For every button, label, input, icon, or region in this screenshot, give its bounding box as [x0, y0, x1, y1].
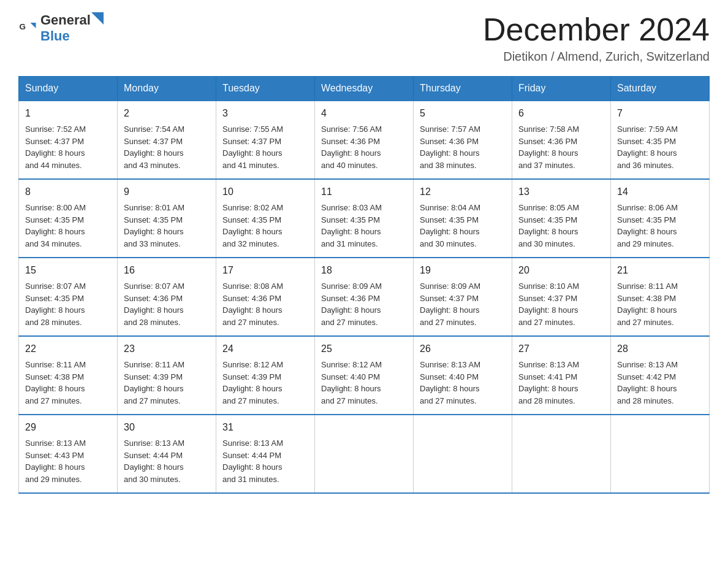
calendar-cell: 8 Sunrise: 8:00 AM Sunset: 4:35 PM Dayli…: [19, 179, 118, 258]
calendar-cell: 15 Sunrise: 8:07 AM Sunset: 4:35 PM Dayl…: [19, 258, 118, 336]
day-number: 4: [321, 106, 407, 121]
day-info: Sunrise: 8:10 AM Sunset: 4:37 PM Dayligh…: [518, 280, 604, 328]
day-number: 17: [222, 263, 308, 278]
day-number: 24: [222, 342, 308, 356]
calendar-cell: 5 Sunrise: 7:57 AM Sunset: 4:36 PM Dayli…: [414, 101, 512, 179]
day-number: 31: [222, 420, 308, 435]
calendar-cell: 17 Sunrise: 8:08 AM Sunset: 4:36 PM Dayl…: [216, 258, 315, 336]
calendar-body: 1 Sunrise: 7:52 AM Sunset: 4:37 PM Dayli…: [19, 101, 710, 493]
calendar-cell: 23 Sunrise: 8:11 AM Sunset: 4:39 PM Dayl…: [118, 336, 216, 415]
calendar-cell: 7 Sunrise: 7:59 AM Sunset: 4:35 PM Dayli…: [611, 101, 710, 179]
svg-marker-1: [31, 23, 36, 28]
calendar-cell: [315, 415, 414, 493]
day-info: Sunrise: 7:55 AM Sunset: 4:37 PM Dayligh…: [222, 123, 308, 171]
day-info: Sunrise: 8:13 AM Sunset: 4:44 PM Dayligh…: [124, 437, 210, 485]
day-info: Sunrise: 8:13 AM Sunset: 4:42 PM Dayligh…: [617, 359, 703, 407]
day-number: 12: [420, 185, 506, 199]
day-number: 16: [124, 263, 210, 278]
day-info: Sunrise: 8:11 AM Sunset: 4:38 PM Dayligh…: [25, 359, 111, 407]
day-number: 8: [25, 185, 111, 199]
svg-marker-2: [91, 12, 104, 25]
logo: G General Blue: [18, 12, 104, 44]
page-header: G General Blue December 2024 Dietikon / …: [18, 12, 710, 64]
day-info: Sunrise: 8:11 AM Sunset: 4:39 PM Dayligh…: [124, 359, 210, 407]
day-number: 2: [124, 106, 210, 121]
day-info: Sunrise: 7:54 AM Sunset: 4:37 PM Dayligh…: [124, 123, 210, 171]
day-number: 27: [518, 342, 604, 356]
calendar-cell: 14 Sunrise: 8:06 AM Sunset: 4:35 PM Dayl…: [611, 179, 710, 258]
day-info: Sunrise: 8:12 AM Sunset: 4:39 PM Dayligh…: [222, 359, 308, 407]
logo-general-text: General: [40, 12, 91, 28]
calendar-cell: 27 Sunrise: 8:13 AM Sunset: 4:41 PM Dayl…: [512, 336, 611, 415]
day-number: 25: [321, 342, 407, 356]
calendar-cell: 9 Sunrise: 8:01 AM Sunset: 4:35 PM Dayli…: [118, 179, 216, 258]
day-number: 23: [124, 342, 210, 356]
day-info: Sunrise: 8:05 AM Sunset: 4:35 PM Dayligh…: [518, 202, 604, 250]
header-cell-saturday: Saturday: [611, 77, 710, 101]
day-info: Sunrise: 7:58 AM Sunset: 4:36 PM Dayligh…: [518, 123, 604, 171]
calendar-cell: 11 Sunrise: 8:03 AM Sunset: 4:35 PM Dayl…: [315, 179, 414, 258]
calendar-title: December 2024: [483, 12, 710, 47]
day-info: Sunrise: 7:57 AM Sunset: 4:36 PM Dayligh…: [420, 123, 506, 171]
calendar-cell: 25 Sunrise: 8:12 AM Sunset: 4:40 PM Dayl…: [315, 336, 414, 415]
day-info: Sunrise: 8:00 AM Sunset: 4:35 PM Dayligh…: [25, 202, 111, 250]
calendar-cell: 10 Sunrise: 8:02 AM Sunset: 4:35 PM Dayl…: [216, 179, 315, 258]
week-row-4: 29 Sunrise: 8:13 AM Sunset: 4:43 PM Dayl…: [19, 415, 710, 493]
title-block: December 2024 Dietikon / Almend, Zurich,…: [483, 12, 710, 64]
logo-wordmark: General Blue: [40, 12, 104, 44]
calendar-cell: 16 Sunrise: 8:07 AM Sunset: 4:36 PM Dayl…: [118, 258, 216, 336]
calendar-cell: 22 Sunrise: 8:11 AM Sunset: 4:38 PM Dayl…: [19, 336, 118, 415]
calendar-cell: 21 Sunrise: 8:11 AM Sunset: 4:38 PM Dayl…: [611, 258, 710, 336]
day-info: Sunrise: 8:13 AM Sunset: 4:40 PM Dayligh…: [420, 359, 506, 407]
day-number: 15: [25, 263, 111, 278]
day-info: Sunrise: 8:13 AM Sunset: 4:44 PM Dayligh…: [222, 437, 308, 485]
day-number: 21: [617, 263, 703, 278]
header-cell-thursday: Thursday: [414, 77, 512, 101]
calendar-cell: 28 Sunrise: 8:13 AM Sunset: 4:42 PM Dayl…: [611, 336, 710, 415]
logo-blue-text: Blue: [40, 28, 70, 44]
header-cell-wednesday: Wednesday: [315, 77, 414, 101]
logo-icon: G: [18, 19, 37, 37]
day-info: Sunrise: 8:07 AM Sunset: 4:36 PM Dayligh…: [124, 280, 210, 328]
day-info: Sunrise: 8:13 AM Sunset: 4:43 PM Dayligh…: [25, 437, 111, 485]
day-number: 14: [617, 185, 703, 199]
day-info: Sunrise: 8:02 AM Sunset: 4:35 PM Dayligh…: [222, 202, 308, 250]
logo-triangle: [91, 12, 104, 25]
day-number: 22: [25, 342, 111, 356]
calendar-subtitle: Dietikon / Almend, Zurich, Switzerland: [483, 50, 710, 64]
day-number: 3: [222, 106, 308, 121]
week-row-0: 1 Sunrise: 7:52 AM Sunset: 4:37 PM Dayli…: [19, 101, 710, 179]
header-row: SundayMondayTuesdayWednesdayThursdayFrid…: [19, 77, 710, 101]
day-number: 5: [420, 106, 506, 121]
day-number: 29: [25, 420, 111, 435]
day-info: Sunrise: 8:07 AM Sunset: 4:35 PM Dayligh…: [25, 280, 111, 328]
day-info: Sunrise: 8:01 AM Sunset: 4:35 PM Dayligh…: [124, 202, 210, 250]
day-info: Sunrise: 8:03 AM Sunset: 4:35 PM Dayligh…: [321, 202, 407, 250]
calendar-cell: [611, 415, 710, 493]
calendar-cell: [512, 415, 611, 493]
header-cell-friday: Friday: [512, 77, 611, 101]
day-info: Sunrise: 8:08 AM Sunset: 4:36 PM Dayligh…: [222, 280, 308, 328]
day-info: Sunrise: 8:09 AM Sunset: 4:37 PM Dayligh…: [420, 280, 506, 328]
week-row-2: 15 Sunrise: 8:07 AM Sunset: 4:35 PM Dayl…: [19, 258, 710, 336]
calendar-cell: 13 Sunrise: 8:05 AM Sunset: 4:35 PM Dayl…: [512, 179, 611, 258]
day-number: 18: [321, 263, 407, 278]
day-number: 6: [518, 106, 604, 121]
calendar-cell: 1 Sunrise: 7:52 AM Sunset: 4:37 PM Dayli…: [19, 101, 118, 179]
calendar-cell: 24 Sunrise: 8:12 AM Sunset: 4:39 PM Dayl…: [216, 336, 315, 415]
day-number: 9: [124, 185, 210, 199]
calendar-cell: 30 Sunrise: 8:13 AM Sunset: 4:44 PM Dayl…: [118, 415, 216, 493]
day-info: Sunrise: 8:12 AM Sunset: 4:40 PM Dayligh…: [321, 359, 407, 407]
day-info: Sunrise: 7:56 AM Sunset: 4:36 PM Dayligh…: [321, 123, 407, 171]
calendar-cell: 29 Sunrise: 8:13 AM Sunset: 4:43 PM Dayl…: [19, 415, 118, 493]
day-number: 1: [25, 106, 111, 121]
day-info: Sunrise: 8:06 AM Sunset: 4:35 PM Dayligh…: [617, 202, 703, 250]
day-info: Sunrise: 8:04 AM Sunset: 4:35 PM Dayligh…: [420, 202, 506, 250]
day-number: 13: [518, 185, 604, 199]
calendar-cell: 4 Sunrise: 7:56 AM Sunset: 4:36 PM Dayli…: [315, 101, 414, 179]
day-number: 7: [617, 106, 703, 121]
header-cell-monday: Monday: [118, 77, 216, 101]
calendar-cell: 3 Sunrise: 7:55 AM Sunset: 4:37 PM Dayli…: [216, 101, 315, 179]
day-info: Sunrise: 7:59 AM Sunset: 4:35 PM Dayligh…: [617, 123, 703, 171]
calendar-table: SundayMondayTuesdayWednesdayThursdayFrid…: [18, 76, 710, 494]
